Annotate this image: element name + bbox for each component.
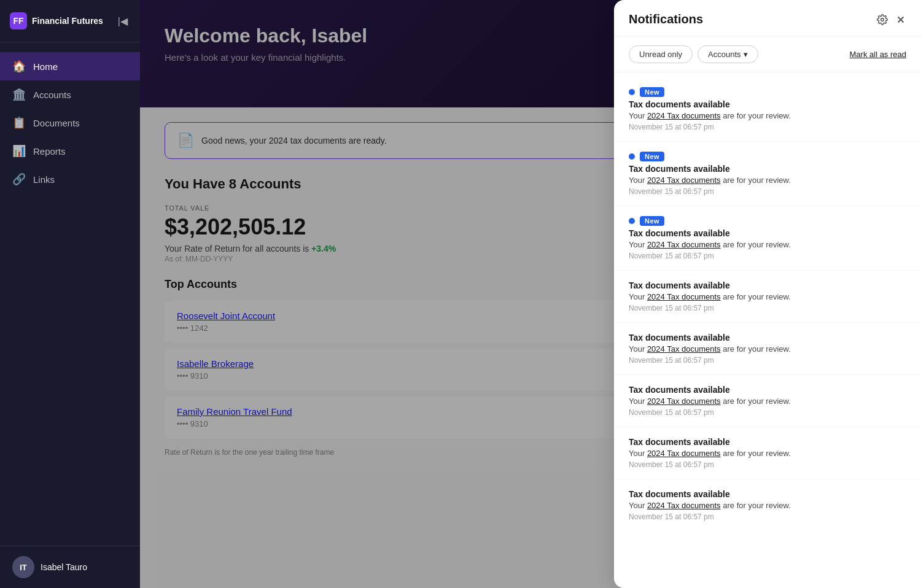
notification-time: November 15 at 06:57 pm — [629, 187, 906, 196]
sidebar-item-links-label: Links — [33, 174, 55, 185]
mark-all-read-button[interactable]: Mark all as read — [850, 50, 906, 59]
list-item: Tax documents available Your 2024 Tax do… — [614, 323, 921, 375]
unread-indicator — [629, 89, 635, 95]
notification-top: New — [629, 152, 906, 161]
reports-icon: 📊 — [12, 144, 26, 158]
app-name: Financial Futures — [32, 16, 103, 26]
new-badge: New — [640, 216, 664, 226]
svg-point-0 — [881, 18, 884, 21]
logo: FF Financial Futures — [10, 12, 103, 29]
notification-time: November 15 at 06:57 pm — [629, 513, 906, 521]
notification-top: New — [629, 216, 906, 226]
new-badge: New — [640, 87, 664, 97]
sidebar-item-accounts-label: Accounts — [33, 90, 71, 100]
accounts-filter[interactable]: Accounts ▾ — [698, 45, 758, 63]
sidebar-collapse-button[interactable]: |◀ — [115, 13, 130, 29]
notification-top: New — [629, 87, 906, 97]
toolbar-filters: Unread only Accounts ▾ — [629, 45, 758, 63]
notification-link[interactable]: 2024 Tax documents — [647, 111, 721, 120]
notification-body: Your 2024 Tax documents are for your rev… — [629, 344, 906, 354]
notification-title: Tax documents available — [629, 164, 906, 174]
sidebar-nav: 🏠 Home 🏛️ Accounts 📋 Documents 📊 Reports… — [0, 42, 140, 546]
list-item: New Tax documents available Your 2024 Ta… — [614, 206, 921, 271]
avatar: IT — [12, 556, 34, 578]
notification-time: November 15 at 06:57 pm — [629, 460, 906, 469]
notification-body: Your 2024 Tax documents are for your rev… — [629, 111, 906, 120]
list-item: New Tax documents available Your 2024 Ta… — [614, 77, 921, 142]
notifications-settings-button[interactable] — [877, 14, 888, 25]
notification-body: Your 2024 Tax documents are for your rev… — [629, 292, 906, 301]
notifications-title: Notifications — [629, 12, 703, 26]
unread-only-filter[interactable]: Unread only — [629, 45, 693, 63]
list-item: New Tax documents available Your 2024 Ta… — [614, 142, 921, 206]
notification-link[interactable]: 2024 Tax documents — [647, 292, 721, 301]
sidebar-item-reports-label: Reports — [33, 146, 66, 157]
notification-link[interactable]: 2024 Tax documents — [647, 240, 721, 249]
sidebar-item-accounts[interactable]: 🏛️ Accounts — [0, 80, 140, 109]
notification-title: Tax documents available — [629, 99, 906, 109]
notification-link[interactable]: 2024 Tax documents — [647, 449, 721, 458]
notification-title: Tax documents available — [629, 228, 906, 238]
list-item: Tax documents available Your 2024 Tax do… — [614, 375, 921, 427]
sidebar-item-documents-label: Documents — [33, 118, 80, 128]
notification-title: Tax documents available — [629, 333, 906, 342]
sidebar-item-home[interactable]: 🏠 Home — [0, 52, 140, 80]
sidebar-item-reports[interactable]: 📊 Reports — [0, 137, 140, 165]
notifications-close-button[interactable] — [895, 14, 906, 25]
links-icon: 🔗 — [12, 172, 26, 186]
notification-body: Your 2024 Tax documents are for your rev… — [629, 240, 906, 249]
notification-link[interactable]: 2024 Tax documents — [647, 397, 721, 406]
list-item: Tax documents available Your 2024 Tax do… — [614, 271, 921, 323]
notification-link[interactable]: 2024 Tax documents — [647, 176, 721, 185]
notifications-header-actions — [877, 14, 906, 25]
logo-icon: FF — [10, 12, 27, 29]
user-name: Isabel Tauro — [41, 562, 87, 572]
notifications-list: New Tax documents available Your 2024 Ta… — [614, 72, 921, 588]
accounts-icon: 🏛️ — [12, 88, 26, 101]
list-item: Tax documents available Your 2024 Tax do… — [614, 479, 921, 531]
notification-title: Tax documents available — [629, 489, 906, 499]
notification-body: Your 2024 Tax documents are for your rev… — [629, 501, 906, 510]
close-icon — [895, 14, 906, 25]
notification-link[interactable]: 2024 Tax documents — [647, 344, 721, 354]
notification-time: November 15 at 06:57 pm — [629, 123, 906, 131]
notification-body: Your 2024 Tax documents are for your rev… — [629, 176, 906, 185]
notification-title: Tax documents available — [629, 385, 906, 395]
notifications-panel: Notifications Unread only Accounts ▾ Mar… — [614, 0, 921, 588]
notification-time: November 15 at 06:57 pm — [629, 304, 906, 312]
notifications-toolbar: Unread only Accounts ▾ Mark all as read — [614, 37, 921, 72]
new-badge: New — [640, 152, 664, 161]
sidebar-item-home-label: Home — [33, 61, 58, 72]
unread-indicator — [629, 153, 635, 160]
unread-indicator — [629, 218, 635, 224]
notification-link[interactable]: 2024 Tax documents — [647, 501, 721, 510]
notification-time: November 15 at 06:57 pm — [629, 408, 906, 417]
notifications-header: Notifications — [614, 0, 921, 37]
gear-icon — [877, 14, 888, 25]
notification-title: Tax documents available — [629, 280, 906, 290]
sidebar-item-links[interactable]: 🔗 Links — [0, 165, 140, 193]
notification-time: November 15 at 06:57 pm — [629, 356, 906, 365]
list-item: Tax documents available Your 2024 Tax do… — [614, 427, 921, 479]
home-icon: 🏠 — [12, 60, 26, 73]
sidebar-user: IT Isabel Tauro — [0, 546, 140, 588]
notification-body: Your 2024 Tax documents are for your rev… — [629, 397, 906, 406]
notification-title: Tax documents available — [629, 437, 906, 447]
documents-icon: 📋 — [12, 116, 26, 130]
sidebar: FF Financial Futures |◀ 🏠 Home 🏛️ Accoun… — [0, 0, 140, 588]
notification-body: Your 2024 Tax documents are for your rev… — [629, 449, 906, 458]
sidebar-item-documents[interactable]: 📋 Documents — [0, 109, 140, 137]
sidebar-logo: FF Financial Futures |◀ — [0, 0, 140, 42]
notification-time: November 15 at 06:57 pm — [629, 252, 906, 260]
chevron-down-icon: ▾ — [744, 50, 748, 59]
